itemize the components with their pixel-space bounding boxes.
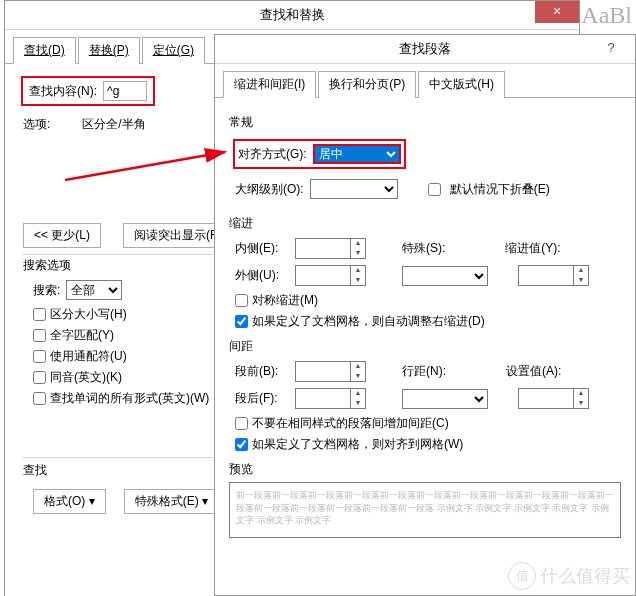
para-title-bar: 查找段落 ? bbox=[215, 35, 635, 64]
after-spinner[interactable]: ▲▼ bbox=[295, 388, 366, 409]
outline-label: 大纲级别(O): bbox=[235, 181, 304, 198]
paragraph-dialog: 查找段落 ? 缩进和间距(I) 换行和分页(P) 中文版式(H) 常规 对齐方式… bbox=[214, 34, 636, 596]
set-value-label: 设置值(A): bbox=[506, 363, 561, 380]
before-label: 段前(B): bbox=[235, 363, 289, 380]
tab-page-break[interactable]: 换行和分页(P) bbox=[318, 71, 416, 98]
special-label: 特殊(S): bbox=[402, 240, 445, 257]
watermark: 值 什么值得买 bbox=[508, 562, 630, 590]
tab-find[interactable]: 查找(D) bbox=[13, 37, 76, 64]
para-title: 查找段落 bbox=[399, 41, 451, 56]
tab-chinese[interactable]: 中文版式(H) bbox=[418, 71, 505, 98]
close-button[interactable]: × bbox=[535, 1, 579, 23]
find-content-input[interactable] bbox=[103, 81, 147, 101]
check-sym-indent[interactable] bbox=[235, 294, 248, 307]
before-spinner[interactable]: ▲▼ bbox=[295, 361, 366, 382]
check-sounds[interactable] bbox=[33, 371, 46, 384]
indent-value-spinner[interactable]: ▲▼ bbox=[518, 265, 589, 286]
inside-spinner[interactable]: ▲▼ bbox=[295, 238, 366, 259]
preview-box: 前一段落前一段落前一段落前一段落前一段落前一段落前一段落前一段落前一段落前一段落… bbox=[229, 482, 621, 538]
dialog-title-bar: 查找和替换 × bbox=[5, 1, 579, 30]
check-grid-indent[interactable] bbox=[235, 315, 248, 328]
special-format-button[interactable]: 特殊格式(E) ▾ bbox=[124, 489, 219, 514]
options-value: 区分全/半角 bbox=[82, 116, 145, 133]
line-spacing-select[interactable] bbox=[402, 389, 488, 409]
outside-spinner[interactable]: ▲▼ bbox=[295, 265, 366, 286]
find-content-label: 查找内容(N): bbox=[29, 83, 97, 100]
check-wildcard[interactable] bbox=[33, 350, 46, 363]
tab-indent-spacing[interactable]: 缩进和间距(I) bbox=[223, 71, 316, 98]
set-value-spinner[interactable]: ▲▼ bbox=[518, 388, 589, 409]
background-ribbon-text: AaBl bbox=[581, 2, 632, 29]
align-label: 对齐方式(G): bbox=[238, 146, 307, 163]
para-tabs: 缩进和间距(I) 换行和分页(P) 中文版式(H) bbox=[215, 70, 635, 98]
search-direction-select[interactable]: 全部 bbox=[66, 280, 122, 300]
indent-title: 缩进 bbox=[229, 215, 621, 232]
check-wholeword[interactable] bbox=[33, 329, 46, 342]
watermark-icon: 值 bbox=[508, 562, 536, 590]
outline-select[interactable] bbox=[310, 179, 398, 199]
less-button[interactable]: << 更少(L) bbox=[23, 223, 101, 248]
outside-label: 外侧(U): bbox=[235, 267, 289, 284]
check-case[interactable] bbox=[33, 308, 46, 321]
dialog-title: 查找和替换 bbox=[260, 7, 325, 22]
check-no-space[interactable] bbox=[235, 417, 248, 430]
after-label: 段后(F): bbox=[235, 390, 289, 407]
align-select[interactable]: 居中 bbox=[313, 144, 401, 164]
format-button[interactable]: 格式(O) ▾ bbox=[33, 489, 106, 514]
preview-title: 预览 bbox=[229, 461, 621, 478]
spacing-title: 间距 bbox=[229, 338, 621, 355]
options-label: 选项: bbox=[23, 116, 50, 133]
tab-goto[interactable]: 定位(G) bbox=[142, 37, 205, 64]
line-spacing-label: 行距(N): bbox=[402, 363, 446, 380]
search-label: 搜索: bbox=[33, 282, 60, 299]
check-grid-align[interactable] bbox=[235, 438, 248, 451]
special-select[interactable] bbox=[402, 266, 488, 286]
check-collapse[interactable] bbox=[428, 183, 441, 196]
help-button[interactable]: ? bbox=[599, 35, 623, 59]
inside-label: 内侧(E): bbox=[235, 240, 289, 257]
general-title: 常规 bbox=[229, 114, 621, 131]
indent-value-label: 缩进值(Y): bbox=[505, 240, 560, 257]
check-wordforms[interactable] bbox=[33, 392, 46, 405]
tab-replace[interactable]: 替换(P) bbox=[78, 37, 140, 64]
